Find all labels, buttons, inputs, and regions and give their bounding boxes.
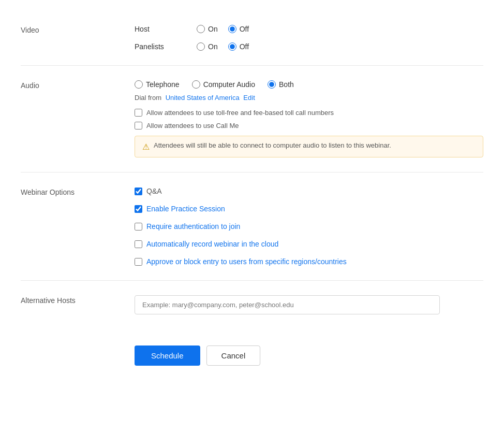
alternative-hosts-label: Alternative Hosts [21, 295, 135, 314]
video-content: Host On Off Panelists [135, 25, 483, 51]
host-off-option[interactable]: Off [228, 25, 249, 33]
telephone-option[interactable]: Telephone [135, 80, 180, 89]
audio-content: Telephone Computer Audio Both Dial from … [135, 80, 483, 157]
alert-text: Attendees will still be able to connect … [154, 141, 391, 149]
panelists-radio-group: On Off [197, 42, 249, 51]
alternative-hosts-section: Alternative Hosts [21, 281, 483, 329]
practice-session-checkbox[interactable] [135, 205, 142, 213]
record-label[interactable]: Automatically record webinar in the clou… [146, 240, 278, 248]
host-on-radio[interactable] [197, 25, 205, 33]
tollfree-label[interactable]: Allow attendees to use toll-free and fee… [146, 109, 334, 117]
tollfree-checkbox[interactable] [135, 109, 142, 117]
computer-audio-radio[interactable] [192, 80, 200, 89]
callme-label[interactable]: Allow attendees to use Call Me [146, 122, 239, 129]
tollfree-checkbox-row: Allow attendees to use toll-free and fee… [135, 109, 483, 117]
panelists-on-label: On [208, 42, 218, 51]
auth-checkbox[interactable] [135, 223, 142, 231]
panelists-off-option[interactable]: Off [228, 42, 249, 51]
host-label: Host [135, 25, 197, 33]
dial-from-row: Dial from United States of America Edit [135, 94, 483, 102]
both-label: Both [279, 80, 294, 89]
alert-icon: ⚠ [142, 142, 150, 152]
panelists-row: Panelists On Off [135, 42, 483, 51]
panelists-label: Panelists [135, 42, 197, 51]
audio-section: Audio Telephone Computer Audio Both Dial… [21, 66, 483, 172]
video-label: Video [21, 25, 135, 51]
block-entry-row: Approve or block entry to users from spe… [135, 257, 483, 266]
edit-link[interactable]: Edit [243, 94, 255, 102]
telephone-label: Telephone [146, 80, 180, 89]
panelists-off-label: Off [240, 42, 249, 51]
qa-checkbox[interactable] [135, 188, 142, 195]
practice-session-label[interactable]: Enable Practice Session [146, 205, 225, 213]
webinar-options-content: Q&A Enable Practice Session Require auth… [135, 187, 483, 266]
host-radio-group: On Off [197, 25, 249, 33]
record-checkbox[interactable] [135, 240, 142, 248]
host-off-label: Off [240, 25, 249, 33]
buttons-section: Schedule Cancel [21, 329, 483, 366]
host-off-radio[interactable] [228, 25, 236, 33]
computer-audio-label: Computer Audio [203, 80, 255, 89]
dial-from-country-link[interactable]: United States of America [166, 94, 240, 102]
panelists-on-option[interactable]: On [197, 42, 218, 51]
audio-alert: ⚠ Attendees will still be able to connec… [135, 136, 483, 157]
panelists-on-radio[interactable] [197, 42, 205, 51]
telephone-radio[interactable] [135, 80, 143, 89]
both-option[interactable]: Both [268, 80, 294, 89]
host-on-label: On [208, 25, 218, 33]
record-row: Automatically record webinar in the clou… [135, 240, 483, 248]
block-entry-checkbox[interactable] [135, 258, 142, 266]
auth-label[interactable]: Require authentication to join [146, 222, 240, 231]
auth-row: Require authentication to join [135, 222, 483, 231]
host-row: Host On Off [135, 25, 483, 33]
computer-audio-option[interactable]: Computer Audio [192, 80, 255, 89]
panelists-off-radio[interactable] [228, 42, 236, 51]
cancel-button[interactable]: Cancel [206, 345, 261, 366]
block-entry-label[interactable]: Approve or block entry to users from spe… [146, 257, 347, 266]
dial-from-prefix: Dial from [135, 94, 161, 102]
webinar-options-label: Webinar Options [21, 187, 135, 266]
qa-row: Q&A [135, 187, 483, 195]
callme-checkbox[interactable] [135, 122, 142, 129]
audio-label: Audio [21, 80, 135, 157]
video-section: Video Host On Off Panelists [21, 10, 483, 66]
callme-checkbox-row: Allow attendees to use Call Me [135, 122, 483, 129]
audio-radio-group: Telephone Computer Audio Both [135, 80, 483, 89]
alternative-hosts-content [135, 295, 483, 314]
schedule-button[interactable]: Schedule [135, 345, 200, 366]
practice-session-row: Enable Practice Session [135, 205, 483, 213]
both-radio[interactable] [268, 80, 276, 89]
webinar-options-section: Webinar Options Q&A Enable Practice Sess… [21, 172, 483, 281]
host-on-option[interactable]: On [197, 25, 218, 33]
alternative-hosts-input[interactable] [135, 295, 440, 314]
qa-label[interactable]: Q&A [146, 187, 162, 195]
